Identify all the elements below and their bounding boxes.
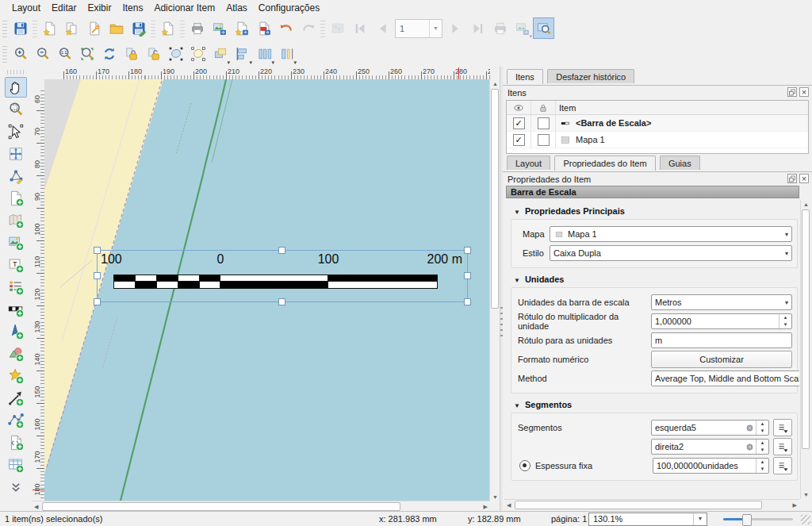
distribute-items-button[interactable] [254,44,275,65]
previous-feature-button[interactable] [371,17,393,39]
new-layout-button[interactable] [39,17,60,39]
spin-up-icon[interactable]: ▲ [756,420,768,428]
resize-handle-s[interactable] [278,298,285,305]
map-viewport[interactable]: 100 0 100 200 m [44,79,490,501]
fixed-width-spinbox[interactable]: 100,000000unidades▲▼ [653,458,769,474]
spin-down-icon[interactable]: ▼ [779,321,791,328]
menu-atlas[interactable]: Atlas [220,2,253,14]
lock-items-button[interactable] [121,44,142,65]
section-propriedades-principais[interactable]: ▼Propriedades Principais [514,206,798,216]
scalebar-item[interactable]: 100 0 100 200 m [97,250,468,302]
section-segmentos[interactable]: ▼Segmentos [514,400,798,409]
segments-right-spinbox[interactable]: direita2▲▼ [651,439,769,455]
zoom-full-button[interactable] [76,44,98,65]
properties-vertical-scrollbar[interactable]: ▲ ▼ [800,200,810,499]
scroll-right-icon[interactable]: ▶ [793,502,797,508]
atlas-page-combo[interactable]: 1 ▼ [395,19,442,38]
scrollbar-thumb[interactable] [42,502,400,511]
spin-down-icon[interactable]: ▼ [756,447,768,454]
spin-up-icon[interactable]: ▲ [779,314,791,321]
canvas-vertical-scrollbar[interactable]: ▲ ▼ [489,79,500,501]
data-defined-override-button[interactable] [773,419,792,436]
mapa-combo[interactable]: Mapa 1 [550,226,792,242]
save-as-template-button[interactable] [128,17,149,39]
add-label-button[interactable] [5,255,27,275]
segments-left-spinbox[interactable]: esquerda5▲▼ [651,420,769,436]
scroll-right-icon[interactable]: ▶ [484,504,488,509]
scroll-up-icon[interactable]: ▲ [492,81,498,86]
export-image-button[interactable] [209,17,230,39]
add-map-button[interactable] [5,210,27,231]
resize-handle-n[interactable] [278,247,285,254]
zoom-slider-handle[interactable] [742,514,752,526]
visibility-checkbox[interactable]: ✓ [513,134,525,146]
zoom-actual-button[interactable] [54,44,75,65]
refresh-view-button[interactable] [98,44,120,65]
multiplier-spinbox[interactable]: 1,000000▲▼ [651,313,792,329]
resize-handle-sw[interactable] [94,298,101,305]
units-combo[interactable]: Metros [651,294,792,310]
pan-tool[interactable] [5,77,27,98]
raise-items-button[interactable] [209,44,231,65]
scrollbar-thumb[interactable] [515,501,762,509]
first-feature-button[interactable] [349,17,370,39]
last-feature-button[interactable] [467,17,488,39]
unlock-items-button[interactable] [143,44,164,65]
move-item-content-tool[interactable] [5,144,27,164]
float-panel-icon[interactable] [787,174,797,183]
layout-manager-button[interactable] [83,17,105,39]
add-table-button[interactable] [5,455,27,475]
scroll-left-icon[interactable]: ◀ [507,502,511,508]
menu-editar[interactable]: Editar [46,2,82,14]
resize-handle-e[interactable] [464,272,471,279]
item-row-map[interactable]: ✓ Mapa 1 [507,132,808,148]
zoom-tool[interactable] [5,99,27,120]
spin-down-icon[interactable]: ▼ [756,466,768,473]
clear-icon[interactable] [744,420,756,435]
undo-button[interactable] [275,17,297,39]
float-panel-icon[interactable] [787,87,797,97]
window-resize-grip[interactable] [801,515,810,524]
add-shape-button[interactable] [5,344,27,364]
scroll-up-icon[interactable]: ▲ [803,202,809,207]
properties-horizontal-scrollbar[interactable]: ◀ ▶ [504,499,799,510]
chevron-down-icon[interactable]: ▼ [693,513,707,525]
add-north-arrow-button[interactable] [5,321,27,342]
zoom-level-combo[interactable]: 130.1% ▼ [588,513,707,526]
add-marker-button[interactable] [5,366,27,386]
menu-configuracoes[interactable]: Configurações [253,2,325,14]
print-button[interactable] [186,17,208,39]
export-atlas-button[interactable] [511,17,533,39]
resize-handle-w[interactable] [94,272,101,279]
customize-button[interactable]: Customizar [651,351,792,368]
menu-exibir[interactable]: Exibir [82,2,117,14]
visibility-checkbox[interactable]: ✓ [513,117,525,129]
tab-guias[interactable]: Guias [660,155,700,170]
lock-checkbox[interactable] [538,117,550,129]
add-picture-button[interactable] [5,232,27,253]
clear-icon[interactable] [744,440,756,454]
deselect-all-items-button[interactable] [187,44,209,65]
tab-propriedades-do-item[interactable]: Propriedades do Item [554,155,655,171]
tab-itens[interactable]: Itens [507,69,543,84]
resize-items-button[interactable] [276,44,297,65]
method-combo[interactable]: Average Top, Middle and Bottom Scales [651,371,799,386]
data-defined-override-button[interactable] [773,438,792,455]
toolbar-drag-handle[interactable] [2,20,7,37]
scrollbar-thumb[interactable] [802,209,810,449]
add-html-button[interactable] [5,432,27,453]
estilo-combo[interactable]: Caixa Dupla [550,245,792,261]
scroll-left-icon[interactable]: ◀ [34,504,38,509]
scroll-down-icon[interactable]: ▼ [492,494,498,500]
select-move-item-tool[interactable] [5,121,27,142]
section-unidades[interactable]: ▼Unidades [514,275,798,284]
tab-desfazer-historico[interactable]: Desfazer histórico [547,69,634,83]
scrollbar-thumb[interactable] [491,89,499,309]
close-icon[interactable] [799,174,809,183]
item-row-scalebar[interactable]: ✓ <Barra de Escala> [507,115,808,132]
spin-up-icon[interactable]: ▲ [756,459,768,466]
save-project-button[interactable] [10,17,31,39]
zoom-in-button[interactable] [10,44,31,65]
spin-up-icon[interactable]: ▲ [756,440,768,447]
fixed-width-radio[interactable] [519,460,530,471]
